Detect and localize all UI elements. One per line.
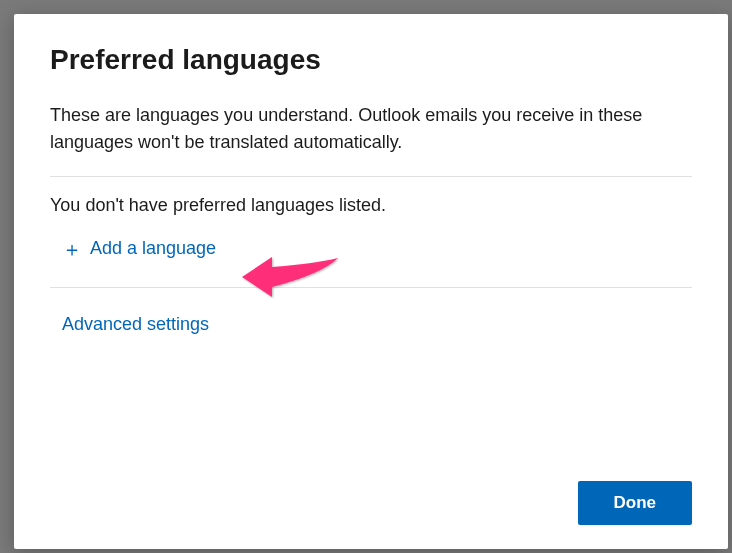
add-language-label: Add a language	[90, 238, 216, 259]
preferred-languages-dialog: Preferred languages These are languages …	[14, 14, 728, 549]
empty-status-text: You don't have preferred languages liste…	[50, 195, 692, 216]
done-button[interactable]: Done	[578, 481, 693, 525]
dialog-footer: Done	[50, 461, 692, 525]
dialog-title: Preferred languages	[50, 44, 692, 76]
add-language-link[interactable]: ＋ Add a language	[62, 238, 692, 259]
divider	[50, 287, 692, 288]
dialog-description: These are languages you understand. Outl…	[50, 102, 692, 156]
advanced-settings-link[interactable]: Advanced settings	[62, 314, 692, 335]
plus-icon: ＋	[62, 239, 82, 259]
divider	[50, 176, 692, 177]
